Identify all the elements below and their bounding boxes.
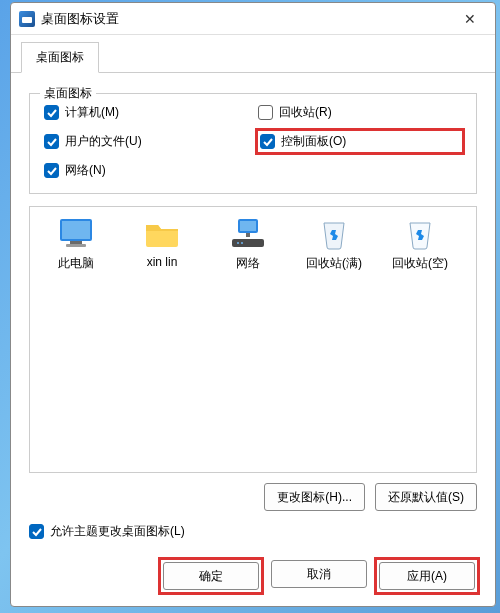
check-label: 允许主题更改桌面图标(L) bbox=[50, 523, 185, 540]
icon-label: 回收站(满) bbox=[294, 255, 374, 272]
tab-desktop-icons[interactable]: 桌面图标 bbox=[21, 42, 99, 73]
check-label: 控制面板(O) bbox=[281, 133, 346, 150]
check-label: 计算机(M) bbox=[65, 104, 119, 121]
check-label: 回收站(R) bbox=[279, 104, 332, 121]
checkbox-icon bbox=[44, 105, 59, 120]
highlight-apply: 应用(A) bbox=[374, 557, 480, 595]
titlebar: 桌面图标设置 ✕ bbox=[11, 3, 495, 35]
icon-action-row: 更改图标(H)... 还原默认值(S) bbox=[29, 483, 477, 511]
checkbox-icon bbox=[29, 524, 44, 539]
content-area: 桌面图标 计算机(M) 回收站(R) 用户的文件(U) bbox=[11, 73, 495, 550]
highlight-control-panel: 控制面板(O) bbox=[255, 128, 465, 155]
icon-row: 此电脑 xin lin 网络 bbox=[36, 217, 470, 272]
folder-icon bbox=[142, 217, 182, 251]
check-label: 网络(N) bbox=[65, 162, 106, 179]
icon-preview-panel: 此电脑 xin lin 网络 bbox=[29, 206, 477, 473]
group-title: 桌面图标 bbox=[40, 85, 96, 102]
icon-network[interactable]: 网络 bbox=[208, 217, 288, 272]
close-icon: ✕ bbox=[464, 11, 476, 27]
tab-label: 桌面图标 bbox=[36, 50, 84, 64]
apply-button[interactable]: 应用(A) bbox=[379, 562, 475, 590]
checkbox-grid: 计算机(M) 回收站(R) 用户的文件(U) 控制面板(O) bbox=[44, 104, 462, 179]
checkbox-icon bbox=[260, 134, 275, 149]
recycle-full-icon bbox=[314, 217, 354, 251]
network-icon bbox=[228, 217, 268, 251]
svg-rect-7 bbox=[232, 239, 264, 247]
group-desktop-icons: 桌面图标 计算机(M) 回收站(R) 用户的文件(U) bbox=[29, 93, 477, 194]
highlight-ok: 确定 bbox=[158, 557, 264, 595]
icon-label: 此电脑 bbox=[36, 255, 116, 272]
svg-rect-3 bbox=[66, 244, 86, 247]
ok-button[interactable]: 确定 bbox=[163, 562, 259, 590]
app-icon bbox=[19, 11, 35, 27]
restore-defaults-button[interactable]: 还原默认值(S) bbox=[375, 483, 477, 511]
desktop-icon-settings-dialog: 桌面图标设置 ✕ 桌面图标 桌面图标 计算机(M) 回收站(R) bbox=[10, 2, 496, 607]
check-userfiles[interactable]: 用户的文件(U) bbox=[44, 131, 248, 152]
check-allow-theme[interactable]: 允许主题更改桌面图标(L) bbox=[29, 523, 477, 540]
change-icon-button[interactable]: 更改图标(H)... bbox=[264, 483, 365, 511]
icon-recycle-empty[interactable]: 回收站(空) bbox=[380, 217, 460, 272]
icon-userfolder[interactable]: xin lin bbox=[122, 217, 202, 272]
svg-rect-5 bbox=[240, 221, 256, 231]
svg-point-9 bbox=[241, 242, 243, 244]
check-control-panel[interactable]: 控制面板(O) bbox=[260, 133, 346, 150]
svg-rect-1 bbox=[62, 221, 90, 239]
svg-rect-6 bbox=[246, 233, 250, 237]
check-network[interactable]: 网络(N) bbox=[44, 162, 248, 179]
svg-point-8 bbox=[237, 242, 239, 244]
checkbox-icon bbox=[44, 134, 59, 149]
icon-recycle-full[interactable]: 回收站(满) bbox=[294, 217, 374, 272]
close-button[interactable]: ✕ bbox=[449, 5, 491, 33]
check-recycle[interactable]: 回收站(R) bbox=[258, 104, 462, 121]
checkbox-icon bbox=[258, 105, 273, 120]
recycle-empty-icon bbox=[400, 217, 440, 251]
checkbox-icon bbox=[44, 163, 59, 178]
icon-label: 回收站(空) bbox=[380, 255, 460, 272]
svg-rect-2 bbox=[70, 241, 82, 244]
icon-thispc[interactable]: 此电脑 bbox=[36, 217, 116, 272]
check-label: 用户的文件(U) bbox=[65, 133, 142, 150]
window-title: 桌面图标设置 bbox=[41, 10, 449, 28]
check-computer[interactable]: 计算机(M) bbox=[44, 104, 248, 121]
tab-strip: 桌面图标 bbox=[11, 35, 495, 73]
icon-label: 网络 bbox=[208, 255, 288, 272]
dialog-footer: 确定 取消 应用(A) bbox=[11, 550, 495, 606]
cancel-button[interactable]: 取消 bbox=[271, 560, 367, 588]
icon-label: xin lin bbox=[122, 255, 202, 269]
monitor-icon bbox=[56, 217, 96, 251]
